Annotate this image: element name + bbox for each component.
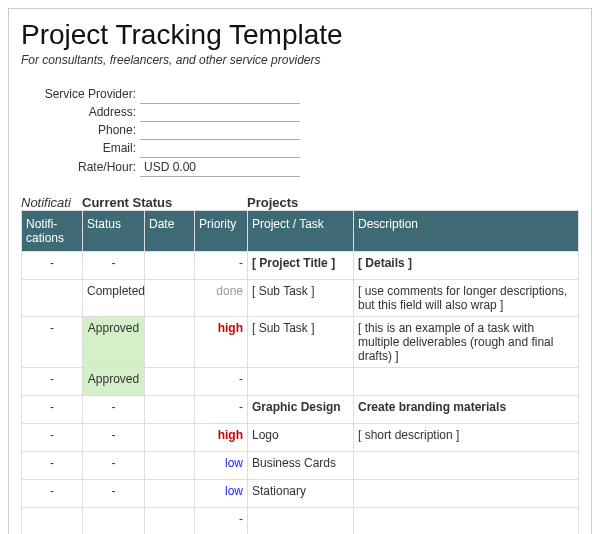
cell-notif: -	[22, 479, 83, 507]
col-priority: Priority	[195, 210, 248, 251]
cell-task: Logo	[248, 423, 354, 451]
cell-priority: -	[195, 507, 248, 534]
cell-task	[248, 507, 354, 534]
cell-task: Graphic Design	[248, 395, 354, 423]
label-email: Email:	[21, 139, 140, 157]
cell-notif: -	[22, 395, 83, 423]
data-row: -Approvedhigh[ Sub Task ][ this is an ex…	[22, 316, 579, 367]
provider-info-table: Service Provider: Address: Phone: Email:…	[21, 85, 300, 177]
data-row: Completeddone[ Sub Task ][ use comments …	[22, 279, 579, 316]
section-row: ---Graphic DesignCreate branding materia…	[22, 395, 579, 423]
col-date: Date	[145, 210, 195, 251]
value-email[interactable]	[140, 139, 300, 157]
page-title: Project Tracking Template	[21, 19, 579, 51]
cell-status: Approved	[83, 367, 145, 395]
label-rate: Rate/Hour:	[21, 157, 140, 176]
cell-status: -	[83, 479, 145, 507]
cell-desc: [ this is an example of a task with mult…	[354, 316, 579, 367]
cell-desc	[354, 507, 579, 534]
data-row: --lowStationary	[22, 479, 579, 507]
grid-header-row: Notifi-cations Status Date Priority Proj…	[22, 210, 579, 251]
cell-status: -	[83, 451, 145, 479]
cell-status: -	[83, 395, 145, 423]
cell-status	[83, 507, 145, 534]
col-notifications: Notifi-cations	[22, 210, 83, 251]
cell-desc: [ Details ]	[354, 251, 579, 279]
cell-priority: -	[195, 367, 248, 395]
cell-task: Business Cards	[248, 451, 354, 479]
data-row: --lowBusiness Cards	[22, 451, 579, 479]
value-provider[interactable]	[140, 85, 300, 103]
page: Project Tracking Template For consultant…	[8, 8, 592, 534]
section-notifications: Notificati	[21, 195, 82, 210]
cell-priority: done	[195, 279, 248, 316]
cell-date	[145, 316, 195, 367]
cell-notif: -	[22, 251, 83, 279]
cell-task: Stationary	[248, 479, 354, 507]
cell-date	[145, 279, 195, 316]
cell-desc: [ use comments for longer descriptions, …	[354, 279, 579, 316]
cell-priority: -	[195, 395, 248, 423]
data-row: -	[22, 507, 579, 534]
cell-notif	[22, 279, 83, 316]
cell-date	[145, 395, 195, 423]
cell-desc: [ short description ]	[354, 423, 579, 451]
data-row: --highLogo[ short description ]	[22, 423, 579, 451]
col-status: Status	[83, 210, 145, 251]
cell-notif: -	[22, 367, 83, 395]
cell-priority: high	[195, 316, 248, 367]
value-phone[interactable]	[140, 121, 300, 139]
cell-priority: low	[195, 451, 248, 479]
cell-status: -	[83, 251, 145, 279]
section-current-status: Current Status	[82, 195, 247, 210]
section-headers: Notificati Current Status Projects	[21, 195, 579, 210]
cell-date	[145, 451, 195, 479]
cell-status: -	[83, 423, 145, 451]
cell-status: Completed	[83, 279, 145, 316]
cell-desc: Create branding materials	[354, 395, 579, 423]
cell-date	[145, 251, 195, 279]
page-subtitle: For consultants, freelancers, and other …	[21, 53, 579, 67]
cell-priority: high	[195, 423, 248, 451]
cell-date	[145, 479, 195, 507]
tracking-grid: Notifi-cations Status Date Priority Proj…	[21, 210, 579, 535]
cell-notif	[22, 507, 83, 534]
cell-date	[145, 423, 195, 451]
label-address: Address:	[21, 103, 140, 121]
cell-priority: -	[195, 251, 248, 279]
cell-task: [ Sub Task ]	[248, 316, 354, 367]
cell-desc	[354, 479, 579, 507]
cell-desc	[354, 451, 579, 479]
value-rate[interactable]: USD 0.00	[140, 157, 300, 176]
label-provider: Service Provider:	[21, 85, 140, 103]
cell-notif: -	[22, 423, 83, 451]
col-desc: Description	[354, 210, 579, 251]
cell-task	[248, 367, 354, 395]
col-task: Project / Task	[248, 210, 354, 251]
section-projects: Projects	[247, 195, 579, 210]
cell-date	[145, 367, 195, 395]
cell-priority: low	[195, 479, 248, 507]
cell-notif: -	[22, 451, 83, 479]
cell-status: Approved	[83, 316, 145, 367]
cell-task: [ Project Title ]	[248, 251, 354, 279]
cell-date	[145, 507, 195, 534]
label-phone: Phone:	[21, 121, 140, 139]
section-row: ---[ Project Title ][ Details ]	[22, 251, 579, 279]
cell-desc	[354, 367, 579, 395]
data-row: -Approved-	[22, 367, 579, 395]
value-address[interactable]	[140, 103, 300, 121]
cell-task: [ Sub Task ]	[248, 279, 354, 316]
cell-notif: -	[22, 316, 83, 367]
